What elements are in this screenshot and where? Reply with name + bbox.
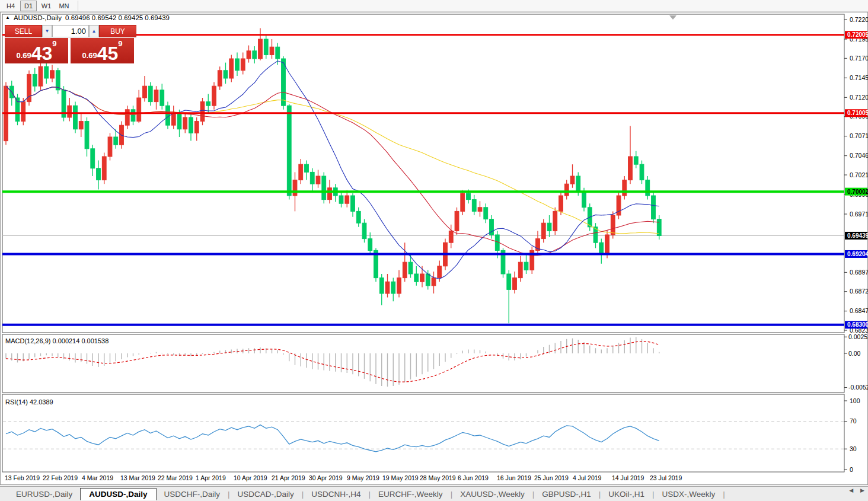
macd-indicator-label: MACD(12,26,9) 0.000214 0.001538 xyxy=(5,337,108,344)
price-badge-label: 0.70002 xyxy=(847,189,868,195)
volume-decrease-button[interactable]: ▼ xyxy=(42,25,52,37)
date-label: 10 Apr 2019 xyxy=(234,474,267,481)
toolbar-separator xyxy=(78,1,78,11)
price-tick-label: 0.68475 xyxy=(850,307,868,314)
chart-symbol: AUDUSD-,Daily xyxy=(14,14,62,21)
tab-usdcad-daily[interactable]: USDCAD-,Daily xyxy=(230,489,302,500)
tab-usdcnh-h4[interactable]: USDCNH-,H4 xyxy=(304,489,368,500)
tab-audusd-daily[interactable]: AUDUSD-,Daily xyxy=(80,488,156,500)
macd-tick-label: -0.005234 xyxy=(848,384,868,391)
macd-tick-label: 0.002522 xyxy=(848,333,868,340)
date-label: 25 Jun 2019 xyxy=(534,474,569,481)
buy-price-big: 45 xyxy=(97,46,119,62)
buy-price-prefix: 0.69 xyxy=(82,51,97,60)
rsi-pane xyxy=(2,394,844,472)
buy-button[interactable]: BUY xyxy=(99,25,136,37)
price-tick-label: 0.69715 xyxy=(850,210,868,218)
date-label: 23 Jul 2019 xyxy=(650,474,682,481)
timeframe-toolbar: H4D1W1MN xyxy=(0,0,868,12)
chart-title: ▲ AUDUSD-,Daily 0.69496 0.69542 0.69425 … xyxy=(5,14,170,21)
rsi-tick-label: 70 xyxy=(850,417,857,425)
date-label: 6 Jun 2019 xyxy=(458,474,489,481)
date-label: 13 Mar 2019 xyxy=(120,474,155,481)
tab-eurchf-weekly[interactable]: EURCHF-,Weekly xyxy=(371,489,451,500)
tab-usdx-weekly[interactable]: USDX-,Weekly xyxy=(655,489,723,500)
price-chart-canvas[interactable]: 0.722000.719500.717050.714550.712050.709… xyxy=(0,12,868,485)
price-badge-label: 0.69439 xyxy=(847,232,868,239)
price-badge-label: 0.68300 xyxy=(847,321,868,328)
one-click-trading-panel: SELL ▼ ▲ BUY 0.69439 0.69459 xyxy=(5,25,136,63)
timeframe-button-h4[interactable]: H4 xyxy=(2,1,19,11)
tab-scroll-right-icon[interactable]: ▶ xyxy=(860,487,864,493)
price-tick-label: 0.68970 xyxy=(850,269,868,276)
chart-ohlc-values: 0.69496 0.69542 0.69425 0.69439 xyxy=(65,14,170,21)
price-badge-label: 0.71005 xyxy=(847,110,868,116)
timeframe-button-w1[interactable]: W1 xyxy=(38,1,55,11)
macd-pane xyxy=(2,334,844,392)
sell-price-big: 43 xyxy=(31,46,53,62)
sell-price-prefix: 0.69 xyxy=(16,51,31,60)
date-label: 1 Apr 2019 xyxy=(196,474,226,481)
price-badge-label: 0.72005 xyxy=(847,31,868,38)
tab-scroll-arrows: ◀ ▶ xyxy=(849,487,864,493)
volume-increase-button[interactable]: ▲ xyxy=(89,25,99,37)
rsi-tick-label: 0 xyxy=(850,466,853,473)
price-tick-label: 0.72200 xyxy=(850,16,868,23)
price-tick-label: 0.70710 xyxy=(850,132,868,139)
price-tick-label: 0.70460 xyxy=(850,152,868,159)
volume-input[interactable] xyxy=(52,25,89,37)
buy-price-display[interactable]: 0.69459 xyxy=(71,38,134,63)
chart-tab-bar: EURUSD-,DailyAUDUSD-,DailyUSDCHF-,Daily|… xyxy=(0,486,868,501)
macd-tick-label: 0.00 xyxy=(848,350,861,357)
sell-price-pipette: 9 xyxy=(52,39,56,48)
date-label: 30 Apr 2019 xyxy=(309,474,343,481)
collapse-triangle-icon[interactable]: ▲ xyxy=(5,15,10,20)
tab-usdchf-daily[interactable]: USDCHF-,Daily xyxy=(157,489,228,500)
date-label: 13 Feb 2019 xyxy=(5,474,40,481)
sell-price-display[interactable]: 0.69439 xyxy=(5,38,68,63)
price-tick-label: 0.71205 xyxy=(850,94,868,101)
date-label: 19 May 2019 xyxy=(382,474,419,481)
price-tick-label: 0.70215 xyxy=(850,171,868,178)
timeframe-button-mn[interactable]: MN xyxy=(56,1,72,11)
rsi-indicator-label: RSI(14) 42.0389 xyxy=(5,398,53,406)
date-label: 4 Mar 2019 xyxy=(82,474,113,481)
date-label: 22 Feb 2019 xyxy=(43,474,78,481)
tab-scroll-left-icon[interactable]: ◀ xyxy=(849,487,853,493)
price-tick-label: 0.68725 xyxy=(850,288,868,295)
date-label: 21 Apr 2019 xyxy=(272,474,305,481)
tab-separator: | xyxy=(723,490,725,499)
rsi-tick-label: 30 xyxy=(850,445,857,452)
date-label: 28 May 2019 xyxy=(420,474,456,481)
price-tick-label: 0.71705 xyxy=(850,55,868,62)
date-label: 16 Jun 2019 xyxy=(497,474,531,481)
date-label: 14 Jul 2019 xyxy=(612,474,644,481)
buy-price-pipette: 9 xyxy=(118,39,122,48)
price-tick-label: 0.71455 xyxy=(850,74,868,81)
sell-button[interactable]: SELL xyxy=(5,25,42,37)
date-label: 4 Jul 2019 xyxy=(573,474,602,481)
price-badge-label: 0.69204 xyxy=(847,251,868,257)
date-label: 9 May 2019 xyxy=(347,474,379,481)
tab-xauusd-weekly[interactable]: XAUUSD-,Weekly xyxy=(452,489,532,500)
tab-ukoil-h1[interactable]: UKOil-,H1 xyxy=(601,489,652,500)
date-label: 22 Mar 2019 xyxy=(158,474,193,481)
rsi-tick-label: 100 xyxy=(850,397,860,404)
timeframe-button-d1[interactable]: D1 xyxy=(20,1,37,11)
tab-eurusd-daily[interactable]: EURUSD-,Daily xyxy=(8,489,80,500)
tab-gbpusd-h1[interactable]: GBPUSD-,H1 xyxy=(534,489,599,500)
